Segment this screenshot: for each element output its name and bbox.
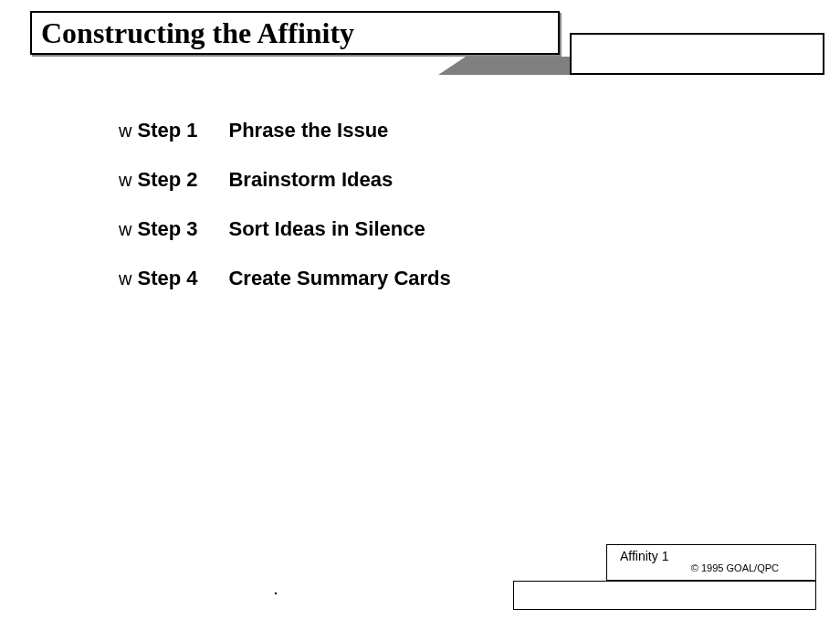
bullet-icon: w bbox=[119, 219, 131, 240]
step-label: Step 4 bbox=[137, 267, 228, 290]
list-item: w Step 3 Sort Ideas in Silence bbox=[119, 217, 451, 241]
page-title: Constructing the Affinity bbox=[41, 16, 354, 50]
step-label: Step 2 bbox=[137, 168, 228, 192]
step-label: Step 1 bbox=[137, 119, 228, 142]
title-shadow bbox=[438, 57, 575, 75]
list-item: w Step 4 Create Summary Cards bbox=[119, 267, 451, 290]
footer-copyright: © 1995 GOAL/QPC bbox=[620, 562, 806, 573]
step-text: Phrase the Issue bbox=[228, 119, 388, 142]
title-box: Constructing the Affinity bbox=[30, 11, 560, 55]
steps-list: w Step 1 Phrase the Issue w Step 2 Brain… bbox=[119, 119, 451, 316]
footer-accent-box bbox=[513, 581, 816, 610]
footer-box: Affinity 1 © 1995 GOAL/QPC bbox=[606, 544, 816, 581]
step-text: Sort Ideas in Silence bbox=[228, 217, 425, 241]
title-shadow-notch bbox=[438, 57, 466, 75]
title-accent-box bbox=[570, 33, 824, 75]
step-label: Step 3 bbox=[137, 217, 228, 241]
bullet-icon: w bbox=[119, 268, 131, 289]
stray-mark: . bbox=[274, 583, 278, 597]
list-item: w Step 2 Brainstorm Ideas bbox=[119, 168, 451, 192]
footer-page-label: Affinity 1 bbox=[620, 549, 806, 563]
step-text: Brainstorm Ideas bbox=[228, 168, 393, 192]
step-text: Create Summary Cards bbox=[228, 267, 450, 290]
list-item: w Step 1 Phrase the Issue bbox=[119, 119, 451, 142]
bullet-icon: w bbox=[119, 121, 131, 142]
bullet-icon: w bbox=[119, 170, 131, 191]
